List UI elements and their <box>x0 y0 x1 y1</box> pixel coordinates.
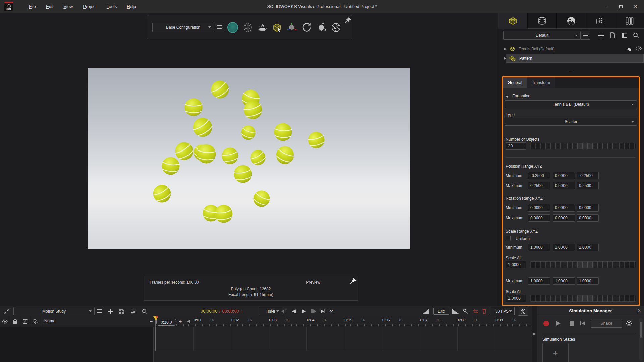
tab-cameras[interactable] <box>586 13 615 29</box>
rotation-min-x[interactable] <box>528 204 550 212</box>
duration-field[interactable]: 0:10.0 <box>156 319 176 326</box>
library-menu-icon[interactable] <box>581 31 590 40</box>
keyframe-grid-icon[interactable] <box>118 308 125 315</box>
ramp-in-icon[interactable] <box>423 308 429 315</box>
skip-to-end-button[interactable] <box>320 308 326 315</box>
panel-expand-gutter[interactable] <box>532 306 537 362</box>
scale-all-min-field[interactable] <box>506 261 526 268</box>
configuration-menu-icon[interactable] <box>215 23 224 32</box>
sort-icon[interactable] <box>129 308 137 315</box>
minimize-button[interactable] <box>600 0 614 13</box>
step-back-button[interactable] <box>280 308 287 315</box>
import-file-icon[interactable] <box>608 31 618 40</box>
scale-all-max-slider[interactable] <box>530 295 636 302</box>
position-max-x[interactable] <box>528 182 550 189</box>
rotate-tool-icon[interactable] <box>301 21 313 34</box>
play-button[interactable] <box>301 308 307 315</box>
sim-settings-gear-icon[interactable] <box>625 319 633 327</box>
panel-splitter[interactable]: ··· <box>498 69 644 74</box>
add-keyframe-icon[interactable] <box>107 308 114 315</box>
number-of-objects-field[interactable] <box>506 142 526 150</box>
lock-column-icon[interactable] <box>10 316 20 327</box>
timeline-search-icon[interactable] <box>141 308 148 315</box>
move-tool-icon[interactable] <box>286 21 298 34</box>
uniform-checkbox[interactable] <box>506 236 511 240</box>
collapse-panel-icon[interactable] <box>3 308 10 315</box>
scrollbar[interactable] <box>639 318 643 361</box>
position-min-y[interactable] <box>553 172 575 179</box>
curves-column-icon[interactable] <box>20 316 30 327</box>
scale-max-z[interactable] <box>577 277 599 285</box>
scale-min-x[interactable] <box>528 244 550 251</box>
sim-reset-button[interactable] <box>579 319 587 327</box>
tree-item-pattern[interactable]: Pattern <box>498 54 644 63</box>
library-dropdown[interactable]: Default <box>503 31 581 40</box>
menu-help[interactable]: Help <box>127 4 136 9</box>
rotation-max-y[interactable] <box>553 214 575 222</box>
close-simulation-manager-icon[interactable]: × <box>638 308 641 314</box>
scale-max-x[interactable] <box>528 277 550 285</box>
formation-section-header[interactable]: Formation <box>506 94 530 98</box>
step-forward-button[interactable] <box>311 308 317 315</box>
scale-min-z[interactable] <box>577 244 599 251</box>
render-mode-icon[interactable] <box>227 21 239 34</box>
playback-speed-field[interactable]: 1.0x <box>433 308 449 315</box>
scale-all-max-field[interactable] <box>506 295 526 302</box>
rotation-min-z[interactable] <box>577 204 599 212</box>
appearance-tag-icon[interactable] <box>627 46 632 51</box>
rotation-max-z[interactable] <box>577 214 599 222</box>
menu-view[interactable]: View <box>63 4 73 9</box>
expand-arrow-icon[interactable] <box>504 57 506 60</box>
zoom-in-button[interactable]: + <box>179 319 182 325</box>
playhead[interactable] <box>155 316 156 351</box>
delete-keys-icon[interactable] <box>481 308 488 315</box>
sim-stop-button[interactable] <box>568 319 576 327</box>
shake-button[interactable]: Shake <box>591 319 622 328</box>
configuration-dropdown[interactable]: Base Configuration <box>152 23 214 32</box>
pin-info-icon[interactable] <box>350 278 356 285</box>
camera-aperture-icon[interactable] <box>330 21 342 34</box>
zoom-out-button[interactable]: − <box>150 319 153 325</box>
position-max-y[interactable] <box>553 182 575 189</box>
formation-model-dropdown[interactable]: Tennis Ball (Default) <box>505 100 637 108</box>
keyframe-options-icon[interactable] <box>518 307 528 316</box>
motion-study-menu-icon[interactable] <box>95 307 104 315</box>
play-reverse-button[interactable] <box>290 308 297 315</box>
position-max-z[interactable] <box>577 182 599 189</box>
tab-models[interactable] <box>498 13 528 29</box>
objects-column-icon[interactable] <box>30 316 41 327</box>
position-min-z[interactable] <box>577 172 599 179</box>
rotation-max-x[interactable] <box>528 214 550 222</box>
position-min-x[interactable] <box>528 172 550 179</box>
tab-output-tools[interactable] <box>615 13 644 29</box>
split-compare-icon[interactable] <box>241 21 254 34</box>
menu-tools[interactable]: Tools <box>107 4 117 9</box>
motion-study-dropdown[interactable]: Motion Study <box>13 307 95 315</box>
select-object-icon[interactable] <box>271 21 283 34</box>
skip-to-start-button[interactable] <box>270 308 276 315</box>
visibility-eye-icon[interactable] <box>636 46 642 51</box>
menu-file[interactable]: File <box>29 4 36 9</box>
search-icon[interactable] <box>631 31 641 40</box>
record-button[interactable] <box>542 319 550 327</box>
track-list-body[interactable] <box>0 327 154 362</box>
scale-tool-icon[interactable] <box>315 21 327 34</box>
add-icon[interactable] <box>596 31 606 40</box>
menu-edit[interactable]: Edit <box>46 4 53 9</box>
playhead-flag-icon[interactable] <box>153 316 158 320</box>
scale-all-min-slider[interactable] <box>530 261 636 268</box>
tab-appearances[interactable] <box>528 13 557 29</box>
visibility-column-icon[interactable] <box>0 316 10 327</box>
rotation-min-y[interactable] <box>553 204 575 212</box>
tree-item-tennis-ball[interactable]: Tennis Ball (Default) <box>498 44 644 53</box>
scroll-left-icon[interactable] <box>187 320 190 323</box>
close-button[interactable]: × <box>629 0 643 13</box>
expand-arrow-icon[interactable] <box>504 48 506 50</box>
timeline-ruler[interactable]: 0:00160:01160:02160:03160:04160:05160:06… <box>154 316 532 327</box>
tab-transform[interactable]: Transform <box>527 77 555 88</box>
scale-min-y[interactable] <box>553 244 575 251</box>
pin-toolbar-icon[interactable] <box>344 17 351 24</box>
maximize-button[interactable] <box>614 0 628 13</box>
key-icon[interactable] <box>462 308 469 315</box>
sim-play-button[interactable] <box>554 319 562 327</box>
